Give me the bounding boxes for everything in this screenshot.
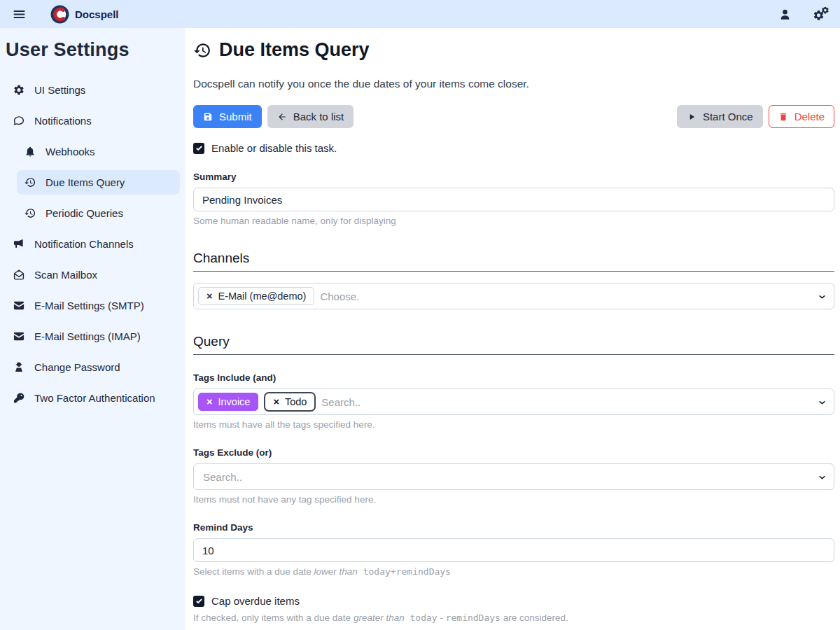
arrow-left-icon bbox=[277, 112, 287, 122]
trash-icon bbox=[778, 112, 788, 122]
docspell-logo-icon bbox=[50, 5, 69, 24]
remove-chip-icon[interactable]: × bbox=[206, 397, 212, 407]
chevron-down-icon bbox=[818, 398, 827, 407]
sidebar-item-label: Change Password bbox=[34, 361, 120, 373]
tags-exclude-search-input[interactable] bbox=[198, 471, 810, 483]
remove-chip-icon[interactable]: × bbox=[206, 291, 212, 302]
user-account-icon[interactable] bbox=[776, 6, 794, 22]
sidebar-item-change-password[interactable]: Change Password bbox=[6, 355, 180, 379]
envelope-icon bbox=[13, 300, 25, 312]
sidebar-title: User Settings bbox=[6, 39, 180, 61]
comment-icon bbox=[13, 115, 25, 127]
submit-button[interactable]: Submit bbox=[193, 105, 262, 128]
remind-days-input[interactable] bbox=[193, 538, 834, 562]
sidebar-item-email-settings-imap[interactable]: E-Mail Settings (IMAP) bbox=[6, 324, 180, 349]
sidebar-item-label: Webhooks bbox=[46, 146, 95, 158]
history-icon bbox=[24, 176, 36, 188]
sidebar-item-label: Two Factor Authentication bbox=[34, 392, 155, 404]
settings-sidebar: User Settings UI Settings Notifications … bbox=[0, 28, 186, 630]
key-icon bbox=[13, 392, 25, 404]
history-icon bbox=[24, 207, 36, 219]
page-description: Docspell can notify you once the due dat… bbox=[193, 78, 834, 90]
tags-exclude-hint: Items must not have any tag specified he… bbox=[193, 494, 834, 505]
sidebar-item-email-settings-smtp[interactable]: E-Mail Settings (SMTP) bbox=[6, 293, 180, 318]
remove-chip-icon[interactable]: × bbox=[273, 397, 279, 407]
sidebar-item-label: Notifications bbox=[34, 115, 92, 127]
sidebar-item-notifications[interactable]: Notifications bbox=[6, 108, 180, 133]
checkbox-checked-icon bbox=[193, 143, 204, 154]
enable-task-checkbox[interactable]: Enable or disable this task. bbox=[193, 142, 834, 154]
gear-icon bbox=[13, 84, 25, 96]
summary-hint: Some human readable name, only for displ… bbox=[193, 216, 834, 226]
delete-button[interactable]: Delete bbox=[769, 105, 834, 128]
remind-days-label: Remind Days bbox=[193, 522, 834, 533]
back-to-list-button[interactable]: Back to list bbox=[267, 105, 354, 128]
tag-chip-invoice: × Invoice bbox=[198, 393, 258, 411]
tags-exclude-label: Tags Exclude (or) bbox=[193, 447, 834, 458]
tags-exclude-select[interactable] bbox=[193, 463, 834, 490]
tags-include-select[interactable]: × Invoice × Todo bbox=[193, 388, 834, 415]
toolbar: Submit Back to list Start Once Delete bbox=[193, 105, 834, 128]
megaphone-icon bbox=[13, 238, 25, 250]
sidebar-item-due-items-query[interactable]: Due Items Query bbox=[17, 170, 180, 195]
tag-chip-todo: × Todo bbox=[264, 392, 316, 412]
chevron-down-icon bbox=[818, 292, 827, 301]
user-secret-icon bbox=[13, 361, 25, 373]
sidebar-item-ui-settings[interactable]: UI Settings bbox=[6, 78, 180, 102]
sidebar-item-periodic-queries[interactable]: Periodic Queries bbox=[17, 201, 180, 225]
checkbox-checked-icon bbox=[193, 596, 204, 607]
sidebar-item-webhooks[interactable]: Webhooks bbox=[17, 139, 180, 164]
sidebar-item-label: Notification Channels bbox=[34, 238, 134, 250]
save-icon bbox=[203, 112, 213, 122]
tags-include-hint: Items must have all the tags specified h… bbox=[193, 419, 834, 430]
page-title-text: Due Items Query bbox=[219, 39, 370, 61]
sidebar-item-label: E-Mail Settings (SMTP) bbox=[34, 300, 144, 312]
sidebar-item-label: Due Items Query bbox=[46, 176, 125, 188]
bell-icon bbox=[24, 146, 36, 158]
sidebar-item-label: UI Settings bbox=[34, 84, 85, 96]
channel-chip: × E-Mail (me@demo) bbox=[198, 287, 314, 305]
cap-overdue-label: Cap overdue items bbox=[211, 595, 300, 607]
sidebar-item-notification-channels[interactable]: Notification Channels bbox=[6, 232, 180, 256]
sidebar-item-label: Scan Mailbox bbox=[34, 269, 97, 281]
chevron-down-icon bbox=[818, 472, 827, 482]
brand-name: Docspell bbox=[75, 8, 119, 20]
cap-overdue-checkbox[interactable]: Cap overdue items bbox=[193, 595, 834, 607]
channels-select[interactable]: × E-Mail (me@demo) bbox=[193, 283, 834, 309]
hamburger-menu-icon[interactable] bbox=[10, 5, 28, 23]
envelope-open-icon bbox=[13, 269, 25, 281]
summary-input[interactable] bbox=[193, 188, 834, 211]
channels-section-header: Channels bbox=[193, 251, 834, 272]
query-section-header: Query bbox=[193, 334, 834, 355]
sidebar-item-two-factor-auth[interactable]: Two Factor Authentication bbox=[6, 386, 180, 410]
history-icon bbox=[193, 41, 211, 59]
enable-task-label: Enable or disable this task. bbox=[211, 142, 337, 154]
cap-overdue-hint: If checked, only items with a due date g… bbox=[193, 612, 834, 623]
envelope-icon bbox=[13, 330, 25, 342]
page-title: Due Items Query bbox=[193, 39, 834, 61]
summary-label: Summary bbox=[193, 172, 834, 182]
sidebar-item-label: Periodic Queries bbox=[46, 207, 123, 219]
brand-home-link[interactable]: Docspell bbox=[50, 5, 119, 24]
tags-include-search-input[interactable] bbox=[321, 396, 810, 408]
top-navbar: Docspell bbox=[0, 0, 840, 28]
sidebar-item-label: E-Mail Settings (IMAP) bbox=[34, 330, 141, 342]
start-once-button[interactable]: Start Once bbox=[677, 105, 763, 128]
main-content: Due Items Query Docspell can notify you … bbox=[186, 28, 840, 630]
sidebar-item-scan-mailbox[interactable]: Scan Mailbox bbox=[6, 262, 180, 287]
settings-cogs-icon[interactable] bbox=[812, 6, 830, 22]
channels-search-input[interactable] bbox=[320, 290, 810, 302]
tags-include-label: Tags Include (and) bbox=[193, 372, 834, 383]
remind-days-hint: Select items with a due date lower than … bbox=[193, 566, 834, 577]
play-icon bbox=[687, 112, 696, 122]
